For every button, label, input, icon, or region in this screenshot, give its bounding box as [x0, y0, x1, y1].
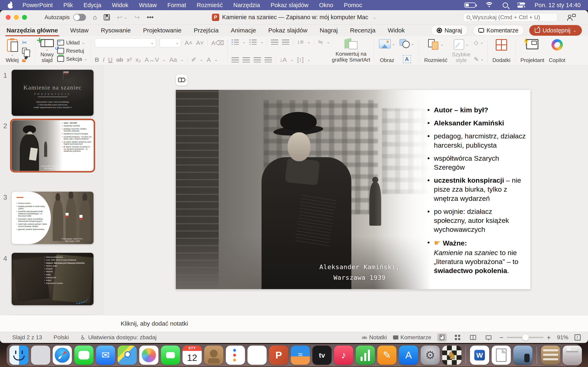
word-icon[interactable]: W — [470, 346, 489, 365]
thumbnail-slide-4[interactable]: Świat przedstawionyczas: 1939–1943 (II w… — [12, 253, 94, 305]
comments-button[interactable]: Komentarze — [473, 25, 524, 36]
photos-icon[interactable] — [139, 346, 158, 365]
search-input[interactable] — [472, 14, 554, 21]
ribbon-tab[interactable]: Projektowanie — [143, 26, 182, 35]
underline-button[interactable]: U — [108, 56, 113, 63]
notes-app-icon[interactable] — [247, 346, 267, 365]
record-button[interactable]: Nagraj — [431, 25, 467, 36]
trash-icon[interactable] — [563, 346, 582, 365]
menu-item[interactable]: Widok — [112, 2, 129, 8]
thumbnail-slide-3[interactable]: Geneza utworuksiążka powstała w czasie w… — [12, 192, 94, 244]
menu-item[interactable]: PowerPoint — [22, 2, 53, 8]
align-right-icon[interactable] — [254, 57, 261, 62]
zoom-in-button[interactable]: + — [547, 334, 551, 342]
slideshow-button[interactable] — [484, 333, 493, 342]
menu-clock[interactable]: Pon. 12 sty 14:40 — [535, 2, 581, 8]
minimized-window-icon[interactable] — [513, 346, 532, 365]
italic-button[interactable]: I — [103, 56, 104, 63]
slide-thumbnail-panel[interactable]: 1 Kamienie na szaniec PREZENTACJA Opraco… — [0, 66, 103, 315]
bar-chart-app-icon[interactable] — [356, 346, 375, 365]
layout-button[interactable]: Układ⌄ — [57, 39, 87, 47]
addins-button[interactable]: Dodatki — [491, 38, 512, 64]
undo-icon[interactable]: ↩ — [117, 13, 122, 21]
shapes-button[interactable]: ⌄ A — [398, 38, 415, 64]
font-color-button[interactable]: A — [207, 56, 211, 63]
ribbon-tab[interactable]: Pokaz slajdów — [268, 26, 308, 35]
designer-button[interactable]: Projektant — [519, 38, 545, 64]
subscript-button[interactable]: x₂ — [136, 56, 141, 63]
numbered-list-icon[interactable] — [249, 39, 257, 45]
increase-indent-icon[interactable] — [282, 39, 289, 45]
clear-formatting-icon[interactable]: A⌫ — [211, 39, 224, 47]
text-direction-icon[interactable]: ↓A — [279, 56, 287, 63]
change-case-button[interactable]: Aa — [169, 56, 177, 63]
mail-icon[interactable]: ✉ — [96, 346, 115, 365]
safari-icon[interactable] — [53, 346, 72, 365]
wifi-icon[interactable] — [485, 2, 493, 8]
slide-editor[interactable]: Aleksander Kamiński, Warszawa 1939 Autor… — [176, 90, 530, 289]
spotlight-search-icon[interactable] — [503, 2, 508, 8]
launchpad-icon[interactable] — [31, 346, 50, 365]
reset-button[interactable]: Resetuj — [57, 47, 87, 55]
zoom-out-button[interactable]: − — [499, 334, 503, 342]
autosave-toggle[interactable] — [73, 14, 86, 21]
powerpoint-icon[interactable]: P — [269, 346, 288, 365]
notes-toggle[interactable]: Notatki — [362, 334, 387, 341]
section-button[interactable]: Sekcja⌄ — [57, 55, 87, 63]
line-spacing-icon[interactable]: ↕≡ — [297, 39, 303, 45]
document-title[interactable]: P Kamienie na szaniec — Zapisano w: mój … — [212, 14, 376, 21]
menu-item[interactable]: Pomoc — [344, 2, 362, 8]
format-painter-button[interactable] — [22, 55, 32, 63]
character-spacing-button[interactable]: A↔V — [145, 56, 159, 63]
contacts-icon[interactable] — [204, 346, 223, 365]
finder-icon[interactable] — [9, 346, 29, 365]
menu-item[interactable]: Plik — [63, 2, 73, 8]
shape-outline-button[interactable]: ✎⌄ — [474, 55, 484, 63]
menu-item[interactable]: Edycja — [84, 2, 101, 8]
control-center-icon[interactable] — [517, 2, 525, 8]
picture-button[interactable]: ⌄ Obraz — [378, 38, 396, 64]
comments-toggle[interactable]: Komentarze — [393, 334, 431, 341]
normal-view-button[interactable] — [437, 333, 447, 342]
pages-icon[interactable]: ✎ — [377, 346, 397, 365]
menu-item[interactable]: Pokaz slajdów — [270, 2, 308, 8]
columns-icon[interactable]: ≒ — [318, 38, 323, 45]
menu-item[interactable]: Wstaw — [139, 2, 157, 8]
font-name-dropdown[interactable]: ⌄ — [95, 38, 156, 47]
bullet-list-icon[interactable] — [232, 39, 239, 45]
justify-icon[interactable] — [265, 57, 272, 62]
music-icon[interactable]: ♪ — [334, 346, 353, 365]
presenter-coaching-icon[interactable] — [568, 14, 576, 21]
zoom-slider-knob[interactable] — [522, 334, 529, 341]
arrange-button[interactable]: ⌄ Rozmieść — [423, 38, 449, 64]
bullet-item[interactable]: Aleksander Kamiński — [426, 118, 526, 127]
share-button[interactable]: Udostępnij⌄ — [529, 25, 582, 36]
slide-sorter-view-button[interactable] — [453, 333, 462, 342]
menu-item[interactable]: Narzędzia — [233, 2, 260, 8]
ribbon-tab[interactable]: Widok — [387, 26, 405, 35]
cut-button[interactable]: ✂ — [22, 39, 32, 46]
paste-button[interactable]: ⌄ Wklej — [4, 38, 20, 64]
bullet-item[interactable]: Autor – kim był? — [426, 105, 526, 114]
facetime-icon[interactable] — [161, 346, 180, 365]
bold-button[interactable]: B — [95, 56, 99, 63]
strikethrough-button[interactable]: ab — [116, 56, 123, 63]
maps-icon[interactable] — [118, 346, 137, 365]
slide-bullet-list[interactable]: Autor – kim był? Aleksander Kamiński ped… — [426, 105, 526, 279]
ribbon-tab[interactable]: Recenzja — [350, 26, 376, 35]
ribbon-tab[interactable]: Wstaw — [70, 26, 89, 35]
messages-icon[interactable] — [74, 346, 94, 365]
bullet-item[interactable]: ☛Ważne: Kamienie na szaniec to nie „lite… — [426, 238, 526, 275]
zoom-percentage[interactable]: 91% — [557, 334, 568, 341]
increase-font-icon[interactable]: A˄ — [185, 39, 192, 46]
language-indicator[interactable]: Polski — [53, 334, 69, 341]
menu-item[interactable]: Rozmieść — [197, 2, 223, 8]
decrease-font-icon[interactable]: A˅ — [196, 39, 204, 46]
reading-view-button[interactable] — [468, 333, 478, 342]
more-options-icon[interactable]: ••• — [147, 13, 154, 21]
system-settings-icon[interactable]: ⚙ — [421, 346, 440, 365]
battery-icon[interactable] — [464, 2, 476, 8]
bullet-item[interactable]: współtwórca Szarych Szeregów — [426, 154, 526, 172]
align-left-icon[interactable] — [232, 57, 239, 62]
ribbon-tab[interactable]: Przejścia — [193, 26, 219, 35]
